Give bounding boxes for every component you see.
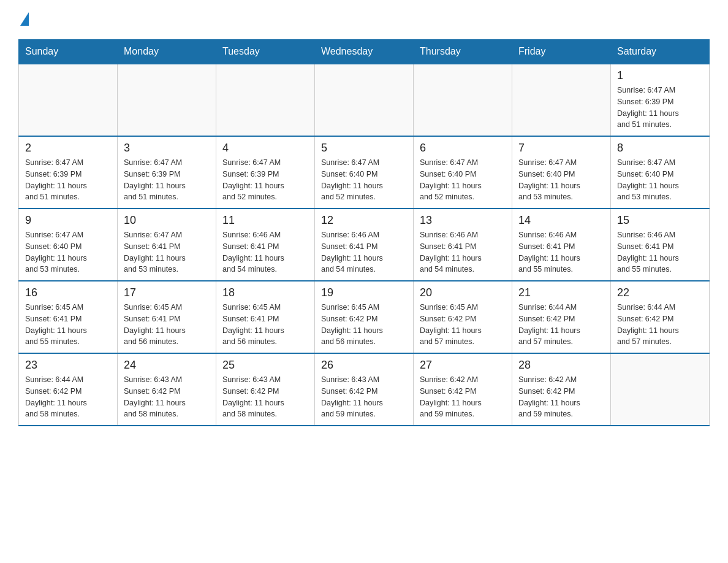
- day-number: 14: [518, 214, 604, 227]
- calendar-cell: 23Sunrise: 6:44 AMSunset: 6:42 PMDayligh…: [19, 353, 118, 426]
- calendar-week-row: 16Sunrise: 6:45 AMSunset: 6:41 PMDayligh…: [19, 281, 710, 353]
- day-header-tuesday: Tuesday: [216, 40, 315, 64]
- day-info: Sunrise: 6:45 AMSunset: 6:41 PMDaylight:…: [124, 302, 210, 348]
- day-number: 24: [124, 359, 210, 372]
- day-number: 27: [420, 359, 506, 372]
- day-number: 26: [321, 359, 407, 372]
- day-info: Sunrise: 6:46 AMSunset: 6:41 PMDaylight:…: [420, 229, 506, 275]
- day-number: 18: [222, 286, 308, 299]
- day-header-sunday: Sunday: [19, 40, 118, 64]
- calendar-cell: [216, 64, 315, 136]
- calendar-cell: 28Sunrise: 6:42 AMSunset: 6:42 PMDayligh…: [512, 353, 611, 426]
- day-info: Sunrise: 6:47 AMSunset: 6:39 PMDaylight:…: [25, 157, 111, 203]
- calendar-header-row: SundayMondayTuesdayWednesdayThursdayFrid…: [19, 40, 710, 64]
- day-info: Sunrise: 6:44 AMSunset: 6:42 PMDaylight:…: [617, 302, 703, 348]
- calendar-week-row: 2Sunrise: 6:47 AMSunset: 6:39 PMDaylight…: [19, 136, 710, 209]
- calendar-cell: 17Sunrise: 6:45 AMSunset: 6:41 PMDayligh…: [118, 281, 216, 353]
- calendar-cell: 20Sunrise: 6:45 AMSunset: 6:42 PMDayligh…: [414, 281, 512, 353]
- day-info: Sunrise: 6:46 AMSunset: 6:41 PMDaylight:…: [617, 229, 703, 275]
- calendar-cell: 2Sunrise: 6:47 AMSunset: 6:39 PMDaylight…: [19, 136, 118, 209]
- calendar-table: SundayMondayTuesdayWednesdayThursdayFrid…: [18, 39, 710, 426]
- day-number: 7: [518, 142, 604, 155]
- logo-triangle-icon: [20, 12, 29, 26]
- day-number: 21: [518, 286, 604, 299]
- day-info: Sunrise: 6:47 AMSunset: 6:39 PMDaylight:…: [222, 157, 308, 203]
- calendar-cell: 25Sunrise: 6:43 AMSunset: 6:42 PMDayligh…: [216, 353, 315, 426]
- day-info: Sunrise: 6:43 AMSunset: 6:42 PMDaylight:…: [124, 374, 210, 420]
- calendar-cell: 18Sunrise: 6:45 AMSunset: 6:41 PMDayligh…: [216, 281, 315, 353]
- day-number: 5: [321, 142, 407, 155]
- day-info: Sunrise: 6:47 AMSunset: 6:40 PMDaylight:…: [321, 157, 407, 203]
- day-number: 19: [321, 286, 407, 299]
- day-header-monday: Monday: [118, 40, 216, 64]
- calendar-cell: [19, 64, 118, 136]
- day-number: 15: [617, 214, 703, 227]
- calendar-week-row: 1Sunrise: 6:47 AMSunset: 6:39 PMDaylight…: [19, 64, 710, 136]
- calendar-cell: 26Sunrise: 6:43 AMSunset: 6:42 PMDayligh…: [315, 353, 414, 426]
- logo: [18, 12, 29, 27]
- day-info: Sunrise: 6:46 AMSunset: 6:41 PMDaylight:…: [321, 229, 407, 275]
- calendar-week-row: 23Sunrise: 6:44 AMSunset: 6:42 PMDayligh…: [19, 353, 710, 426]
- calendar-cell: 6Sunrise: 6:47 AMSunset: 6:40 PMDaylight…: [414, 136, 512, 209]
- calendar-cell: 14Sunrise: 6:46 AMSunset: 6:41 PMDayligh…: [512, 209, 611, 281]
- day-info: Sunrise: 6:45 AMSunset: 6:41 PMDaylight:…: [25, 302, 111, 348]
- day-info: Sunrise: 6:45 AMSunset: 6:42 PMDaylight:…: [420, 302, 506, 348]
- day-number: 17: [124, 286, 210, 299]
- day-number: 16: [25, 286, 111, 299]
- calendar-cell: 27Sunrise: 6:42 AMSunset: 6:42 PMDayligh…: [414, 353, 512, 426]
- page-header: [18, 12, 710, 27]
- calendar-cell: 3Sunrise: 6:47 AMSunset: 6:39 PMDaylight…: [118, 136, 216, 209]
- day-header-saturday: Saturday: [611, 40, 710, 64]
- day-number: 20: [420, 286, 506, 299]
- day-number: 10: [124, 214, 210, 227]
- day-number: 22: [617, 286, 703, 299]
- day-info: Sunrise: 6:47 AMSunset: 6:39 PMDaylight:…: [617, 85, 703, 131]
- day-header-friday: Friday: [512, 40, 611, 64]
- calendar-cell: 19Sunrise: 6:45 AMSunset: 6:42 PMDayligh…: [315, 281, 414, 353]
- day-header-wednesday: Wednesday: [315, 40, 414, 64]
- calendar-cell: 22Sunrise: 6:44 AMSunset: 6:42 PMDayligh…: [611, 281, 710, 353]
- day-number: 2: [25, 142, 111, 155]
- day-info: Sunrise: 6:45 AMSunset: 6:42 PMDaylight:…: [321, 302, 407, 348]
- day-info: Sunrise: 6:43 AMSunset: 6:42 PMDaylight:…: [321, 374, 407, 420]
- calendar-cell: 4Sunrise: 6:47 AMSunset: 6:39 PMDaylight…: [216, 136, 315, 209]
- day-info: Sunrise: 6:47 AMSunset: 6:39 PMDaylight:…: [124, 157, 210, 203]
- day-info: Sunrise: 6:42 AMSunset: 6:42 PMDaylight:…: [420, 374, 506, 420]
- calendar-cell: 16Sunrise: 6:45 AMSunset: 6:41 PMDayligh…: [19, 281, 118, 353]
- calendar-cell: [611, 353, 710, 426]
- day-info: Sunrise: 6:47 AMSunset: 6:40 PMDaylight:…: [518, 157, 604, 203]
- calendar-cell: 15Sunrise: 6:46 AMSunset: 6:41 PMDayligh…: [611, 209, 710, 281]
- day-info: Sunrise: 6:46 AMSunset: 6:41 PMDaylight:…: [222, 229, 308, 275]
- day-info: Sunrise: 6:47 AMSunset: 6:40 PMDaylight:…: [420, 157, 506, 203]
- day-number: 13: [420, 214, 506, 227]
- calendar-cell: [512, 64, 611, 136]
- calendar-cell: 7Sunrise: 6:47 AMSunset: 6:40 PMDaylight…: [512, 136, 611, 209]
- day-info: Sunrise: 6:45 AMSunset: 6:41 PMDaylight:…: [222, 302, 308, 348]
- day-header-thursday: Thursday: [414, 40, 512, 64]
- calendar-cell: 1Sunrise: 6:47 AMSunset: 6:39 PMDaylight…: [611, 64, 710, 136]
- day-number: 28: [518, 359, 604, 372]
- calendar-cell: 11Sunrise: 6:46 AMSunset: 6:41 PMDayligh…: [216, 209, 315, 281]
- calendar-cell: [414, 64, 512, 136]
- day-number: 3: [124, 142, 210, 155]
- day-info: Sunrise: 6:47 AMSunset: 6:40 PMDaylight:…: [617, 157, 703, 203]
- day-info: Sunrise: 6:43 AMSunset: 6:42 PMDaylight:…: [222, 374, 308, 420]
- calendar-cell: 10Sunrise: 6:47 AMSunset: 6:41 PMDayligh…: [118, 209, 216, 281]
- day-info: Sunrise: 6:47 AMSunset: 6:40 PMDaylight:…: [25, 229, 111, 275]
- calendar-cell: 24Sunrise: 6:43 AMSunset: 6:42 PMDayligh…: [118, 353, 216, 426]
- calendar-cell: 13Sunrise: 6:46 AMSunset: 6:41 PMDayligh…: [414, 209, 512, 281]
- calendar-cell: 5Sunrise: 6:47 AMSunset: 6:40 PMDaylight…: [315, 136, 414, 209]
- day-info: Sunrise: 6:46 AMSunset: 6:41 PMDaylight:…: [518, 229, 604, 275]
- calendar-cell: 9Sunrise: 6:47 AMSunset: 6:40 PMDaylight…: [19, 209, 118, 281]
- calendar-cell: [118, 64, 216, 136]
- calendar-cell: 12Sunrise: 6:46 AMSunset: 6:41 PMDayligh…: [315, 209, 414, 281]
- day-number: 9: [25, 214, 111, 227]
- day-number: 6: [420, 142, 506, 155]
- day-info: Sunrise: 6:42 AMSunset: 6:42 PMDaylight:…: [518, 374, 604, 420]
- day-info: Sunrise: 6:44 AMSunset: 6:42 PMDaylight:…: [518, 302, 604, 348]
- calendar-cell: [315, 64, 414, 136]
- calendar-cell: 21Sunrise: 6:44 AMSunset: 6:42 PMDayligh…: [512, 281, 611, 353]
- day-number: 12: [321, 214, 407, 227]
- day-number: 25: [222, 359, 308, 372]
- calendar-cell: 8Sunrise: 6:47 AMSunset: 6:40 PMDaylight…: [611, 136, 710, 209]
